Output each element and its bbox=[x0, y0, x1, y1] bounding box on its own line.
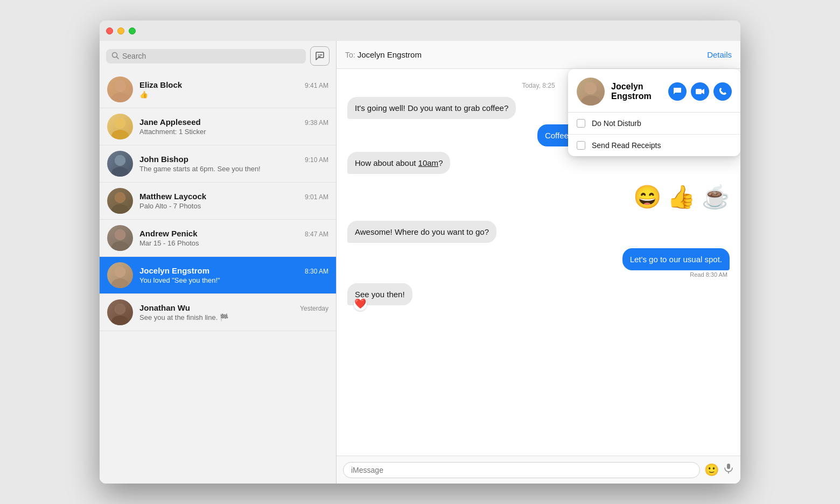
message-bubble: Let's go to our usual spot. bbox=[622, 248, 730, 270]
popup-avatar bbox=[577, 78, 605, 106]
conv-name: Jonathan Wu bbox=[139, 303, 190, 312]
conv-time: 9:38 AM bbox=[305, 119, 328, 127]
conversation-item-andrew-penick[interactable]: Andrew Penick 8:47 AM Mar 15 - 16 Photos bbox=[100, 220, 336, 257]
conv-preview: Palo Alto - 7 Photos bbox=[139, 202, 328, 210]
svg-point-19 bbox=[115, 267, 125, 277]
popup-message-button[interactable] bbox=[668, 82, 687, 101]
conv-info: Eliza Block 9:41 AM 👍 bbox=[139, 80, 328, 99]
conversation-item-john-bishop[interactable]: John Bishop 9:10 AM The game starts at 6… bbox=[100, 145, 336, 183]
maximize-button[interactable] bbox=[129, 27, 136, 34]
send-read-receipts-checkbox[interactable] bbox=[577, 141, 585, 150]
svg-point-16 bbox=[115, 229, 125, 240]
message-bubble-emoji: 😄 👍 ☕ bbox=[633, 179, 730, 215]
details-button[interactable]: Details bbox=[707, 50, 732, 59]
title-bar bbox=[100, 20, 740, 41]
details-popup: Jocelyn Engstrom bbox=[568, 69, 740, 156]
popup-contact-name: Jocelyn Engstrom bbox=[611, 82, 662, 101]
conversation-item-jocelyn-engstrom[interactable]: Jocelyn Engstrom 8:30 AM You loved "See … bbox=[100, 257, 336, 294]
conv-name-row: Jocelyn Engstrom 8:30 AM bbox=[139, 266, 328, 275]
conv-preview: Attachment: 1 Sticker bbox=[139, 128, 328, 136]
conv-name: Jane Appleseed bbox=[139, 117, 201, 127]
message-bubble: See you then! ❤️ bbox=[347, 283, 412, 305]
conv-preview: Mar 15 - 16 Photos bbox=[139, 239, 328, 247]
conv-preview: 👍 bbox=[139, 90, 328, 99]
conversation-item-matthew-laycock[interactable]: Matthew Laycock 9:01 AM Palo Alto - 7 Ph… bbox=[100, 183, 336, 220]
conv-preview: See you at the finish line. 🏁 bbox=[139, 313, 328, 321]
conv-name: Matthew Laycock bbox=[139, 192, 206, 201]
conv-name-row: John Bishop 9:10 AM bbox=[139, 155, 328, 164]
conv-info: Jocelyn Engstrom 8:30 AM You loved "See … bbox=[139, 266, 328, 284]
conv-time: Yesterday bbox=[300, 305, 328, 312]
message-bubble: Awesome! Where do you want to go? bbox=[347, 221, 496, 243]
svg-point-22 bbox=[115, 304, 125, 314]
conv-time: 8:47 AM bbox=[305, 230, 328, 238]
chat-input-bar: 🙂 bbox=[337, 456, 740, 484]
popup-option-do-not-disturb: Do Not Disturb bbox=[568, 113, 740, 135]
minimize-button[interactable] bbox=[117, 27, 124, 34]
svg-rect-28 bbox=[696, 89, 702, 94]
svg-point-10 bbox=[115, 155, 125, 166]
svg-point-26 bbox=[581, 95, 600, 106]
conv-name: Eliza Block bbox=[139, 80, 182, 89]
conv-time: 8:30 AM bbox=[305, 268, 328, 275]
conv-time: 9:10 AM bbox=[305, 156, 328, 164]
conversation-list: Eliza Block 9:41 AM 👍 bbox=[100, 71, 336, 484]
conv-name: Andrew Penick bbox=[139, 229, 198, 238]
underlined-time[interactable]: 10am bbox=[418, 158, 439, 167]
conversation-item-jonathan-wu[interactable]: Jonathan Wu Yesterday See you at the fin… bbox=[100, 294, 336, 331]
search-bar[interactable] bbox=[106, 49, 306, 64]
emoji-button[interactable]: 🙂 bbox=[704, 463, 719, 477]
avatar bbox=[107, 188, 133, 214]
svg-point-13 bbox=[115, 192, 125, 203]
compose-button[interactable] bbox=[310, 46, 330, 66]
conv-name-row: Eliza Block 9:41 AM bbox=[139, 80, 328, 89]
search-input[interactable] bbox=[122, 52, 300, 60]
popup-call-button[interactable] bbox=[713, 82, 732, 101]
conv-info: John Bishop 9:10 AM The game starts at 6… bbox=[139, 155, 328, 173]
popup-header: Jocelyn Engstrom bbox=[568, 69, 740, 113]
sidebar: Eliza Block 9:41 AM 👍 bbox=[100, 41, 337, 484]
message-row: 😄 👍 ☕ bbox=[347, 179, 730, 215]
read-receipt: Read 8:30 AM bbox=[690, 271, 727, 278]
svg-line-1 bbox=[117, 57, 119, 59]
conv-info: Jonathan Wu Yesterday See you at the fin… bbox=[139, 303, 328, 321]
svg-point-7 bbox=[115, 118, 125, 129]
sidebar-header bbox=[100, 41, 336, 71]
avatar bbox=[107, 225, 133, 251]
message-row: Awesome! Where do you want to go? bbox=[347, 221, 730, 243]
svg-point-27 bbox=[585, 82, 597, 94]
popup-option-send-read-receipts: Send Read Receipts bbox=[568, 135, 740, 156]
close-button[interactable] bbox=[106, 27, 113, 34]
message-row: Let's go to our usual spot. Read 8:30 AM bbox=[347, 248, 730, 278]
svg-rect-23 bbox=[727, 464, 730, 469]
conversation-item-eliza-block[interactable]: Eliza Block 9:41 AM 👍 bbox=[100, 71, 336, 108]
conv-info: Matthew Laycock 9:01 AM Palo Alto - 7 Ph… bbox=[139, 192, 328, 210]
conv-name-row: Jane Appleseed 9:38 AM bbox=[139, 117, 328, 127]
conversation-item-jane-appleseed[interactable]: Jane Appleseed 9:38 AM Attachment: 1 Sti… bbox=[100, 108, 336, 145]
heart-reaction: ❤️ bbox=[354, 298, 367, 311]
recipient-name: Jocelyn Engstrom bbox=[358, 50, 422, 59]
message-bubble: How about about 10am? bbox=[347, 152, 450, 174]
avatar bbox=[107, 262, 133, 288]
avatar bbox=[107, 299, 133, 325]
app-window: Eliza Block 9:41 AM 👍 bbox=[100, 20, 740, 484]
svg-point-18 bbox=[111, 278, 129, 288]
popup-actions bbox=[668, 82, 732, 101]
conv-name-row: Matthew Laycock 9:01 AM bbox=[139, 192, 328, 201]
search-icon bbox=[111, 52, 119, 61]
conv-time: 9:01 AM bbox=[305, 193, 328, 201]
svg-point-6 bbox=[111, 130, 129, 139]
conv-preview: The game starts at 6pm. See you then! bbox=[139, 165, 328, 173]
do-not-disturb-checkbox[interactable] bbox=[577, 119, 585, 128]
app-body: Eliza Block 9:41 AM 👍 bbox=[100, 41, 740, 484]
avatar bbox=[107, 114, 133, 139]
conv-info: Andrew Penick 8:47 AM Mar 15 - 16 Photos bbox=[139, 229, 328, 247]
to-label: To: bbox=[345, 51, 355, 59]
popup-video-button[interactable] bbox=[691, 82, 709, 101]
conv-time: 9:41 AM bbox=[305, 82, 328, 89]
mic-button[interactable] bbox=[723, 463, 734, 477]
svg-point-15 bbox=[111, 241, 129, 251]
avatar bbox=[107, 76, 133, 102]
message-input[interactable] bbox=[343, 462, 700, 478]
svg-point-12 bbox=[111, 204, 129, 214]
